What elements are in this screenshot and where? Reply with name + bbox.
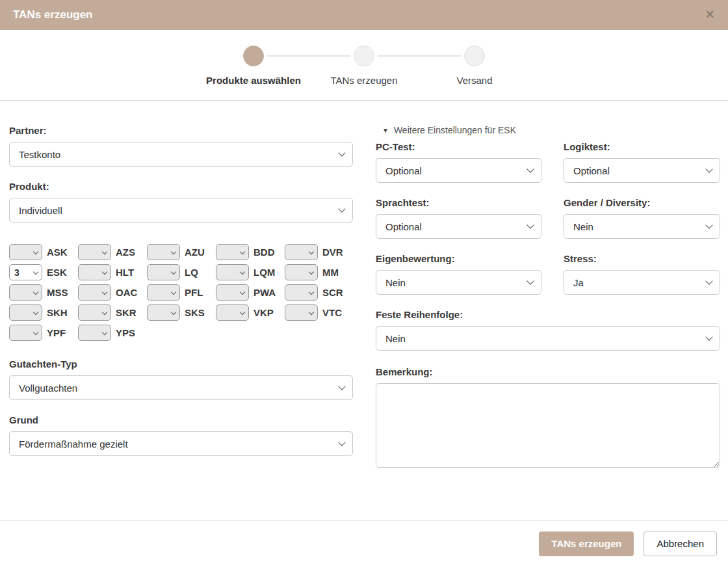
- product-qty-item: HLT: [78, 264, 147, 280]
- product-qty-select[interactable]: [9, 304, 42, 321]
- eigenbewertung-field: Eigenbewertung: Nein: [376, 253, 541, 295]
- bemerkung-field: Bemerkung:: [376, 366, 720, 470]
- product-qty-select[interactable]: [285, 244, 318, 260]
- product-qty-select[interactable]: [147, 304, 180, 321]
- chevron-down-icon: [171, 289, 176, 294]
- step-label: Produkte auswählen: [206, 75, 301, 86]
- product-code-label: DVR: [322, 247, 343, 258]
- product-code-label: AZS: [116, 247, 135, 258]
- product-qty-select[interactable]: 3: [9, 264, 42, 280]
- abbrechen-button[interactable]: Abbrechen: [644, 532, 717, 556]
- product-qty-select[interactable]: [147, 284, 180, 301]
- pc-test-select[interactable]: Optional: [376, 158, 541, 183]
- product-qty-item: AZU: [147, 244, 216, 260]
- product-qty-select[interactable]: [216, 244, 249, 260]
- sprachtest-label: Sprachtest:: [376, 197, 541, 208]
- feste-reihenfolge-label: Feste Reihenfolge:: [376, 309, 720, 320]
- product-code-label: ASK: [47, 247, 68, 258]
- step-label: TANs erzeugen: [330, 75, 397, 86]
- grund-value: Fördermaßnahme gezielt: [19, 438, 128, 450]
- product-qty-item: OAC: [78, 284, 147, 301]
- product-code-label: ESK: [47, 267, 67, 278]
- product-qty-value: 3: [10, 267, 20, 278]
- bemerkung-label: Bemerkung:: [376, 366, 720, 377]
- sprachtest-field: Sprachtest: Optional: [376, 197, 541, 239]
- grund-label: Grund: [9, 414, 353, 425]
- product-qty-item: MSS: [9, 284, 78, 301]
- eigenbewertung-label: Eigenbewertung:: [376, 253, 541, 264]
- sprachtest-select[interactable]: Optional: [376, 214, 541, 239]
- bemerkung-textarea[interactable]: [376, 383, 720, 468]
- product-qty-item: LQM: [216, 264, 285, 280]
- product-qty-item: PWA: [216, 284, 285, 301]
- chevron-down-icon: [102, 329, 107, 334]
- product-qty-item: SKS: [147, 304, 216, 321]
- produkt-label: Produkt:: [9, 181, 353, 192]
- product-qty-select[interactable]: [147, 264, 180, 280]
- product-qty-item: BDD: [216, 244, 285, 260]
- product-qty-item: MM: [285, 264, 354, 280]
- product-qty-item: ASK: [9, 244, 78, 260]
- chevron-down-icon: [240, 249, 245, 254]
- eigenbewertung-select[interactable]: Nein: [376, 270, 541, 295]
- product-qty-item: AZS: [78, 244, 147, 260]
- product-qty-select[interactable]: [285, 304, 318, 321]
- step-tans-erzeugen: TANs erzeugen: [309, 46, 419, 86]
- product-qty-select[interactable]: [216, 304, 249, 321]
- chevron-down-icon: [171, 249, 176, 254]
- gutachten-typ-select[interactable]: Vollgutachten: [9, 375, 353, 400]
- product-qty-select[interactable]: [78, 304, 111, 321]
- esk-settings-grid: PC-Test: Optional Logiktest: Optional Sp…: [376, 141, 720, 295]
- product-code-label: OAC: [116, 287, 137, 298]
- product-qty-select[interactable]: [216, 284, 249, 301]
- close-icon[interactable]: ✕: [702, 7, 718, 22]
- dialog-content: Partner: Testkonto Produkt: Individuell: [0, 101, 728, 470]
- dialog-footer: TANs erzeugen Abbrechen: [0, 520, 728, 566]
- chevron-down-icon: [33, 329, 38, 334]
- tans-erzeugen-dialog: TANs erzeugen ✕ Produkte auswählen TANs …: [0, 0, 728, 566]
- chevron-down-icon: [705, 277, 712, 284]
- sprachtest-value: Optional: [385, 221, 422, 232]
- product-qty-select[interactable]: [147, 244, 180, 260]
- tans-erzeugen-button[interactable]: TANs erzeugen: [539, 532, 634, 556]
- product-qty-select[interactable]: [78, 264, 111, 280]
- stress-field: Stress: Ja: [564, 253, 720, 295]
- product-code-label: SKS: [185, 307, 205, 318]
- product-qty-select[interactable]: [9, 244, 42, 260]
- grund-select[interactable]: Fördermaßnahme gezielt: [9, 431, 353, 456]
- product-qty-select[interactable]: [78, 325, 111, 341]
- feste-reihenfolge-field: Feste Reihenfolge: Nein: [376, 309, 720, 351]
- stress-label: Stress:: [564, 253, 720, 264]
- chevron-down-icon: [309, 269, 314, 274]
- product-qty-select[interactable]: [285, 284, 318, 301]
- chevron-down-icon: [705, 333, 712, 340]
- gutachten-typ-value: Vollgutachten: [19, 383, 77, 394]
- logiktest-select[interactable]: Optional: [564, 158, 720, 183]
- product-qty-select[interactable]: [78, 244, 111, 260]
- esk-settings-toggle[interactable]: ▼ Weitere Einstellungen für ESK: [376, 125, 720, 135]
- step-versand: Versand: [419, 46, 530, 86]
- pc-test-field: PC-Test: Optional: [376, 141, 541, 183]
- stepper-steps: Produkte auswählen TANs erzeugen Versand: [198, 46, 530, 86]
- partner-select[interactable]: Testkonto: [9, 142, 353, 167]
- product-code-label: SKH: [47, 307, 68, 318]
- stress-select[interactable]: Ja: [564, 270, 720, 295]
- product-qty-select[interactable]: [285, 264, 318, 280]
- product-code-label: PWA: [254, 287, 276, 298]
- product-qty-item: SKR: [78, 304, 147, 321]
- product-qty-select[interactable]: [9, 325, 42, 341]
- chevron-down-icon: [309, 249, 314, 254]
- product-qty-select[interactable]: [9, 284, 42, 301]
- gender-diversity-select[interactable]: Nein: [564, 214, 720, 239]
- feste-reihenfolge-select[interactable]: Nein: [376, 326, 720, 351]
- product-grid: ASK AZS AZU: [9, 244, 353, 341]
- chevron-down-icon: [309, 309, 314, 314]
- product-qty-select[interactable]: [78, 284, 111, 301]
- product-code-label: SKR: [116, 307, 136, 318]
- produkt-select[interactable]: Individuell: [9, 198, 353, 222]
- grund-field: Grund Fördermaßnahme gezielt: [9, 414, 353, 456]
- stepper-connector: [378, 55, 461, 57]
- chevron-down-icon: [102, 249, 107, 254]
- product-qty-select[interactable]: [216, 264, 249, 280]
- gutachten-typ-label: Gutachten-Typ: [9, 358, 353, 370]
